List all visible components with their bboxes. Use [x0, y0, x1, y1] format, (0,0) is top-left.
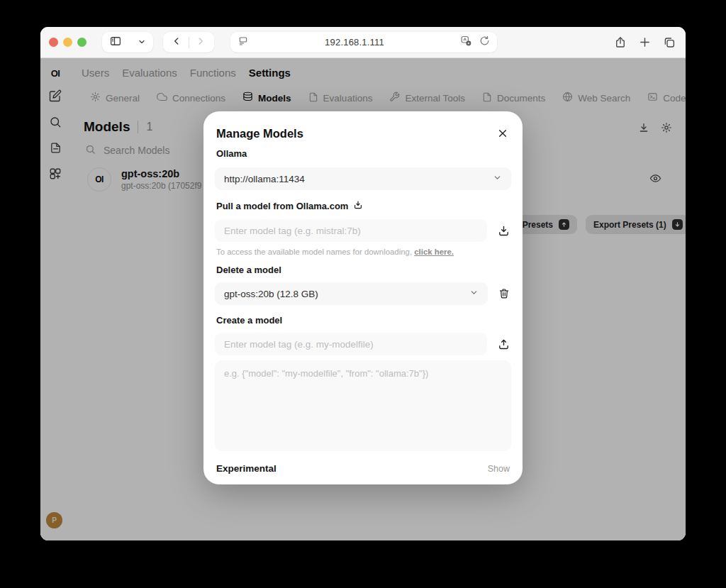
browser-toolbar: 192.168.1.111 [40, 27, 686, 58]
divider [189, 37, 189, 48]
pull-section-label: Pull a model from Ollama.com [216, 201, 348, 211]
delete-model-select[interactable]: gpt-oss:20b (12.8 GB) [215, 282, 488, 305]
modal-title: Manage Models [216, 127, 303, 140]
pull-download-button[interactable] [496, 223, 511, 238]
app-content: OI P Users Evaluations Functions [40, 58, 686, 540]
ollama-url-select[interactable]: http://ollama:11434 [215, 167, 511, 190]
modal-header: Manage Models [215, 111, 511, 145]
delete-section-label: Delete a model [215, 265, 511, 275]
pull-model-input[interactable] [215, 219, 487, 242]
download-tray-icon [353, 200, 363, 212]
upload-icon[interactable] [496, 337, 511, 352]
address-bar[interactable]: 192.168.1.111 [230, 32, 497, 52]
manage-models-modal: Manage Models Ollama http://ollama:11434 [203, 111, 523, 484]
chevron-down-icon [493, 173, 502, 184]
close-window-button[interactable] [49, 38, 58, 47]
modal-footer: Experimental Show [215, 454, 511, 474]
show-button[interactable]: Show [488, 464, 510, 474]
trash-icon[interactable] [497, 287, 511, 301]
chevron-down-icon [469, 288, 479, 299]
back-icon[interactable] [172, 36, 182, 49]
delete-model-value: gpt-oss:20b (12.8 GB) [224, 289, 318, 299]
pull-section-label-row: Pull a model from Ollama.com [215, 200, 511, 212]
create-section-label: Create a model [215, 315, 511, 326]
tab-overview-icon[interactable] [663, 36, 676, 49]
sidebar-toggle-icon[interactable] [109, 35, 122, 50]
create-modelfile-textarea[interactable] [215, 360, 511, 451]
screenshot-stage: 192.168.1.111 [0, 0, 726, 588]
window-controls [49, 38, 86, 47]
address-bar-actions [460, 35, 490, 50]
helper-text: To access the available model names for … [216, 248, 412, 256]
share-icon[interactable] [614, 36, 627, 49]
zoom-window-button[interactable] [77, 38, 86, 47]
reload-icon[interactable] [479, 35, 490, 49]
forward-icon[interactable] [196, 36, 206, 49]
close-icon[interactable] [496, 126, 510, 140]
browser-window: 192.168.1.111 [40, 27, 686, 540]
ollama-section-label: Ollama [215, 148, 511, 159]
page-format-icon[interactable] [238, 35, 249, 50]
experimental-label: Experimental [216, 463, 277, 474]
ollama-url-value: http://ollama:11434 [224, 174, 305, 184]
pull-helper-text: To access the available model names for … [215, 248, 511, 256]
translate-icon[interactable] [460, 35, 472, 50]
toolbar-right-actions [614, 36, 677, 49]
new-tab-icon[interactable] [639, 36, 651, 48]
sidebar-toggle-group [102, 32, 153, 52]
click-here-link[interactable]: click here. [414, 248, 454, 256]
minimize-window-button[interactable] [63, 38, 72, 47]
url-text[interactable]: 192.168.1.111 [249, 37, 460, 48]
chevron-down-icon[interactable] [138, 36, 146, 49]
create-model-input[interactable] [215, 333, 487, 355]
history-nav-group [163, 32, 214, 52]
